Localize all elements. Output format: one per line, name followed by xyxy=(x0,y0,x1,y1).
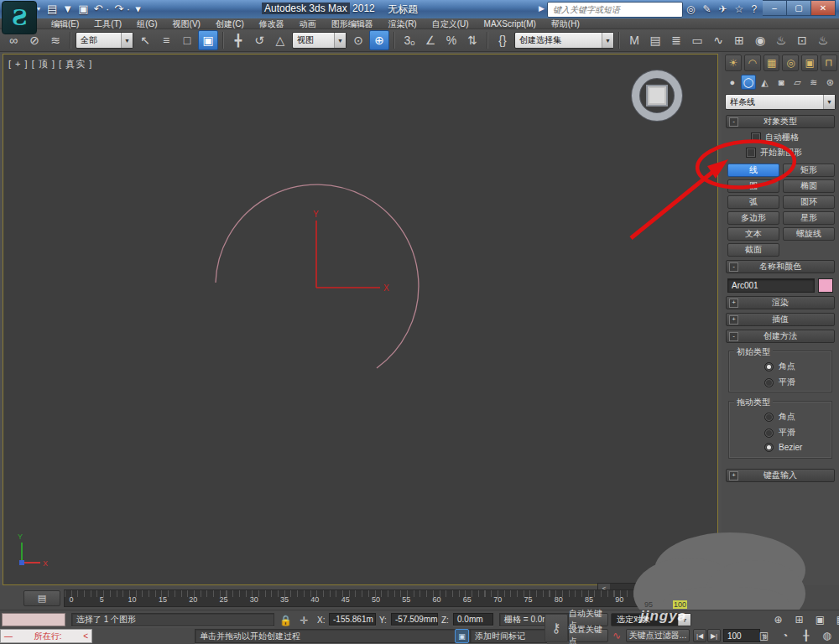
viewport-menu-general[interactable]: [ + ] xyxy=(8,59,29,69)
titlebar-icon-subscription[interactable]: ✈ xyxy=(719,3,727,15)
nav-icon-zoom-extents[interactable]: ▣ xyxy=(811,612,829,627)
subcategory-tab-cameras[interactable]: ◙ xyxy=(774,75,788,90)
toolbar-button-rectangular-selection-region[interactable]: □ xyxy=(177,30,197,50)
toolbar-button-material-editor[interactable]: ◉ xyxy=(750,30,770,50)
minimize-button[interactable]: – xyxy=(763,0,787,16)
toolbar-button-select-object[interactable]: ↖ xyxy=(135,30,155,50)
subcategory-tab-helpers[interactable]: ▱ xyxy=(790,75,805,90)
subcategory-tab-shapes[interactable]: ◯ xyxy=(741,75,755,90)
set-key-button[interactable]: 设置关键点 xyxy=(568,629,608,642)
initial-type-radio[interactable]: 平滑 xyxy=(764,377,831,388)
category-tab-display[interactable]: ▣ xyxy=(801,55,818,71)
nav-icon-orbit[interactable]: ◍ xyxy=(818,628,836,643)
autogrid-checkbox[interactable] xyxy=(751,132,761,143)
reference-coordinate-dropdown[interactable]: 视图▼ xyxy=(292,32,347,49)
collapse-icon[interactable]: - xyxy=(729,262,738,272)
named-selection-sets-dropdown[interactable]: 创建选择集▼ xyxy=(514,32,614,49)
absolute-mode-icon[interactable]: ✛ xyxy=(295,613,313,628)
menu-item[interactable]: 修改器 xyxy=(252,18,292,29)
menu-item[interactable]: 自定义(U) xyxy=(425,18,477,29)
go-to-start-button[interactable]: |◀ xyxy=(693,629,706,642)
start-new-shape-checkbox[interactable] xyxy=(746,148,756,158)
toolbar-button-select-by-name[interactable]: ≡ xyxy=(156,30,176,50)
shape-button-section[interactable]: 截面 xyxy=(727,243,779,257)
shape-button-polygon[interactable]: 多边形 xyxy=(727,211,779,225)
isolate-toggle-icon[interactable]: ▣ xyxy=(455,629,469,643)
toolbar-button-rendered-frame-window[interactable]: ⊡ xyxy=(792,30,812,50)
object-name-field[interactable]: Arc001 xyxy=(727,278,815,293)
nav-icon-zoom-all[interactable]: ⊞ xyxy=(790,612,808,627)
close-button[interactable]: ✕ xyxy=(811,0,836,16)
category-tab-modify[interactable]: ◠ xyxy=(744,55,761,71)
viewcube-top-face[interactable] xyxy=(646,85,668,106)
application-menu-button[interactable]: S xyxy=(2,1,37,34)
toolbar-button-layer-manager[interactable]: ≣ xyxy=(666,30,686,50)
z-coordinate-field[interactable]: 0.0mm xyxy=(453,613,493,626)
nav-icon-zoom-extents-all[interactable]: ▦ xyxy=(832,612,839,627)
object-color-swatch[interactable] xyxy=(818,278,833,293)
category-tab-motion[interactable]: ◎ xyxy=(782,55,799,71)
search-box[interactable] xyxy=(547,2,683,18)
macro-recorder-field[interactable] xyxy=(2,613,65,626)
nav-icon-pan[interactable]: ╂ xyxy=(797,628,815,643)
toolbar-button-align[interactable]: ▤ xyxy=(645,30,665,50)
shape-button-rectangle[interactable]: 矩形 xyxy=(783,164,835,177)
toolbar-button-bind-to-spacewarp[interactable]: ≋ xyxy=(45,30,65,50)
menu-item[interactable]: 组(G) xyxy=(129,18,164,29)
menu-item[interactable]: 动画 xyxy=(292,18,324,29)
rollout-header-object-type[interactable]: - 对象类型 xyxy=(726,115,835,128)
toolbar-button-window-crossing[interactable]: ▣ xyxy=(198,30,218,50)
qat-icon-save-file[interactable]: ▣ xyxy=(78,2,88,17)
subcategory-tab-space-warps[interactable]: ≋ xyxy=(806,75,821,90)
viewport-top[interactable]: [ + ] [ 顶 ] [ 真实 ] Y X Y X xyxy=(3,54,718,585)
toolbar-button-render-setup[interactable]: ♨ xyxy=(771,30,791,50)
collapse-icon[interactable]: - xyxy=(729,117,738,127)
qat-icon-toolbar-options[interactable]: ▾ xyxy=(135,2,141,17)
shape-button-ellipse[interactable]: 椭圆 xyxy=(783,179,835,193)
open-mini-curve-editor-button[interactable]: ▤ xyxy=(23,590,60,606)
shape-button-helix[interactable]: 螺旋线 xyxy=(783,227,835,241)
toolbar-button-percent-snap-toggle[interactable]: % xyxy=(441,30,461,50)
menu-item[interactable]: 渲染(R) xyxy=(381,18,425,29)
toolbar-button-angle-snap-toggle[interactable]: ∠ xyxy=(420,30,440,50)
toolbar-button-use-pivot-point-center[interactable]: ⊙ xyxy=(348,30,368,50)
rollout-header-name-color[interactable]: - 名称和颜色 xyxy=(726,260,835,273)
toolbar-button-select-and-rotate[interactable]: ↺ xyxy=(249,30,269,50)
shape-button-arc[interactable]: 弧 xyxy=(727,195,779,209)
toolbar-button-mirror[interactable]: M xyxy=(624,30,644,50)
expand-icon[interactable]: + xyxy=(729,471,738,480)
shape-button-line[interactable]: 线 xyxy=(727,164,779,177)
drag-type-radio[interactable]: 平滑 xyxy=(764,427,831,439)
new-key-curve-icon[interactable]: ∿ xyxy=(610,629,623,642)
menu-item[interactable]: 图形编辑器 xyxy=(324,18,381,29)
toolbar-button-render-production[interactable]: ♨ xyxy=(813,30,833,50)
category-tab-create[interactable]: ☀ xyxy=(725,55,742,71)
rollout-header-rendering[interactable]: + 渲染 xyxy=(726,296,835,309)
toolbar-button-select-and-move[interactable]: ╋ xyxy=(228,30,248,50)
maximize-button[interactable]: ▢ xyxy=(787,0,811,16)
search-expand-icon[interactable]: ▶ xyxy=(539,4,545,13)
app-menu-arrow-icon[interactable]: ▾ xyxy=(37,5,40,13)
viewcube[interactable] xyxy=(630,69,684,122)
subcategory-tab-lights[interactable]: ◭ xyxy=(758,75,772,90)
viewport-label[interactable]: [ + ] [ 顶 ] [ 真实 ] xyxy=(8,58,92,70)
titlebar-icon-help[interactable]: ? xyxy=(751,3,757,15)
drag-type-radio[interactable]: Bezier xyxy=(764,443,831,452)
menu-item[interactable]: MAXScript(M) xyxy=(477,18,544,29)
subcategory-tab-systems[interactable]: ⊛ xyxy=(823,75,837,90)
shape-button-circle[interactable]: 圆 xyxy=(727,179,779,193)
expand-icon[interactable]: + xyxy=(729,315,738,325)
toolbar-button-spinner-snap-toggle[interactable]: ⇅ xyxy=(462,30,482,50)
qat-icon-redo[interactable]: ↷ · xyxy=(114,2,130,17)
titlebar-icon-search[interactable]: ◎ xyxy=(686,3,695,15)
shape-button-text[interactable]: 文本 xyxy=(727,227,779,241)
category-tab-hierarchy[interactable]: ▦ xyxy=(763,55,780,71)
qat-icon-undo[interactable]: ↶ · xyxy=(93,2,109,17)
menu-item[interactable]: 工具(T) xyxy=(86,18,129,29)
titlebar-icon-communication-center[interactable]: ✎ xyxy=(702,3,711,15)
rollout-header-creation-method[interactable]: - 创建方法 xyxy=(726,330,835,343)
category-tab-utilities[interactable]: ⊓ xyxy=(821,55,837,71)
go-to-end-button[interactable]: ▶| xyxy=(707,629,721,642)
menu-item[interactable]: 编辑(E) xyxy=(44,18,86,29)
toolbar-button-named-selection-sets[interactable]: {} xyxy=(492,30,513,50)
